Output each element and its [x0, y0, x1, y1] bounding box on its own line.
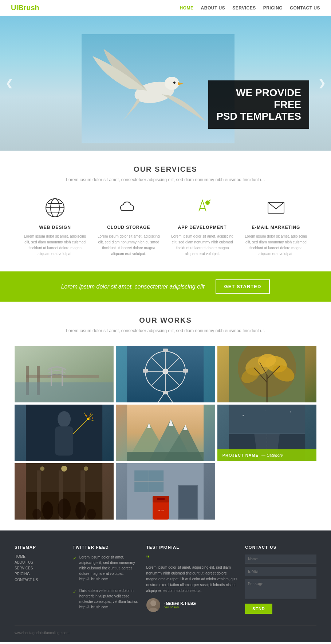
testimonial-text: Lorem ipsum dolor sit amet, adipiscing e…: [146, 565, 238, 594]
contact-name-input[interactable]: [245, 554, 316, 564]
service-web-design-desc: Lorem ipsum dolor sit amet, adipiscing e…: [22, 234, 88, 257]
services-grid: WEB DESIGN Lorem ipsum dolor sit amet, a…: [22, 195, 309, 257]
copyright-text: www.heritagechristiancollege.com: [15, 631, 70, 635]
twitter-item-2: ✓ Duis autem vel eum iriure dolor in hen…: [73, 588, 139, 612]
contact-email-input[interactable]: [245, 567, 316, 576]
nav-services[interactable]: SERVICES: [232, 5, 256, 11]
service-app-desc: Lorem ipsum dolor sit amet, adipiscing e…: [169, 234, 236, 257]
svg-rect-96: [157, 498, 165, 500]
testimonial-author: - Michael R. Hanke ceo of sun: [146, 598, 238, 612]
work-item-4[interactable]: [15, 405, 114, 461]
svg-point-86: [87, 509, 96, 520]
twitter-link-1[interactable]: http://uibrush.com: [79, 576, 139, 582]
footer-twitter: TWITTER FEED ✓ Lorem ipsum dolor sit ame…: [73, 545, 139, 616]
svg-rect-31: [183, 369, 188, 373]
svg-point-80: [40, 466, 44, 471]
author-avatar: [146, 598, 160, 612]
footer-testimonial-title: TESTIMONIAL: [146, 545, 238, 549]
svg-point-46: [58, 411, 71, 427]
services-section: OUR SERVICES Lorem ipsum dolor sit amet,…: [0, 151, 331, 271]
works-section: OUR WORKS Lorem ipsum dolor sit amet, co…: [0, 302, 331, 530]
contact-message-input[interactable]: [245, 579, 316, 599]
footer-link-services[interactable]: SERVICES: [15, 566, 66, 570]
service-web-design-title: WEB DESIGN: [22, 225, 88, 230]
author-role: ceo of sun: [164, 605, 196, 609]
footer-sitemap-title: SITEMAP: [15, 545, 66, 549]
cta-text: Lorem ipsum dolor sit amet, consectetuer…: [61, 283, 205, 290]
footer-grid: SITEMAP HOME ABOUT US SERVICES PRICING C…: [15, 545, 316, 616]
svg-rect-47: [55, 426, 73, 456]
cloud-icon: [116, 195, 141, 220]
svg-point-98: [150, 600, 156, 606]
service-app-title: APP DEVELOPMENT: [169, 225, 236, 230]
work-project-name: PROJECT NAME: [222, 453, 259, 457]
work-item-7[interactable]: [15, 463, 114, 520]
work-item-6[interactable]: PROJECT NAME — Category: [217, 405, 316, 461]
service-cloud-desc: Lorem ipsum dolor sit amet, adipiscing e…: [95, 234, 162, 257]
work-item-3[interactable]: [217, 346, 316, 402]
footer-link-home[interactable]: HOME: [15, 554, 66, 558]
twitter-bullet-2: ✓: [73, 589, 76, 612]
service-email-desc: Lorem ipsum dolor sit amet, adipiscing e…: [243, 234, 309, 257]
footer-link-about[interactable]: ABOUT US: [15, 560, 66, 564]
works-subtitle: Lorem ipsum dolor sit amet, consectetuer…: [15, 328, 316, 333]
work-item-2[interactable]: [116, 346, 215, 402]
work-category: — Category: [261, 453, 283, 457]
hero-next-arrow[interactable]: ❯: [318, 78, 326, 88]
service-cloud: CLOUD STORAGE Lorem ipsum dolor sit amet…: [95, 195, 162, 257]
email-icon: [263, 195, 289, 220]
service-app: APP DEVELOPMENT Lorem ipsum dolor sit am…: [169, 195, 236, 257]
author-name: - Michael R. Hanke: [164, 601, 196, 605]
svg-line-12: [209, 200, 210, 202]
nav-pricing[interactable]: PRICING: [263, 5, 283, 11]
svg-point-72: [290, 412, 291, 413]
nav-home[interactable]: HOME: [180, 5, 194, 11]
twitter-item-1: ✓ Lorem ipsum dolor sit amet, adipiscing…: [73, 554, 139, 584]
hero-headline: WE PROVIDE FREE PSD TEMPLATES: [216, 87, 301, 122]
contact-send-button[interactable]: SEND: [245, 604, 272, 614]
svg-rect-18: [15, 382, 113, 402]
svg-point-82: [42, 501, 53, 520]
work-item-8[interactable]: POST: [116, 463, 215, 520]
service-email: E-MAIL MARKETING Lorem ipsum dolor sit a…: [243, 195, 309, 257]
footer-sitemap: SITEMAP HOME ABOUT US SERVICES PRICING C…: [15, 545, 66, 616]
nav-about[interactable]: ABOUT US: [201, 5, 225, 11]
logo-text: Brush: [18, 4, 39, 12]
app-icon: [190, 195, 215, 220]
svg-point-73: [265, 410, 265, 410]
cta-banner: Lorem ipsum dolor sit amet, consectetuer…: [0, 271, 331, 302]
header: UIBrush HOME ABOUT US SERVICES PRICING C…: [0, 0, 331, 16]
nav-contact[interactable]: CONTACT US: [290, 5, 320, 11]
twitter-link-2[interactable]: http://uibrush.com: [79, 604, 139, 610]
svg-point-4: [173, 82, 176, 84]
twitter-text-2: Duis autem vel eum iriure dolor in hendr…: [79, 589, 138, 604]
logo: UIBrush: [11, 4, 39, 12]
svg-point-2: [165, 77, 179, 90]
footer-bottom: www.heritagechristiancollege.com: [15, 625, 316, 635]
hero-text-box: WE PROVIDE FREE PSD TEMPLATES: [208, 80, 309, 129]
works-title: OUR WORKS: [15, 316, 316, 325]
footer-contact-col: CONTACT US SEND: [245, 545, 316, 616]
service-web-design: WEB DESIGN Lorem ipsum dolor sit amet, a…: [22, 195, 88, 257]
footer: SITEMAP HOME ABOUT US SERVICES PRICING C…: [0, 530, 331, 642]
footer-twitter-title: TWITTER FEED: [73, 545, 139, 549]
svg-text:POST: POST: [158, 509, 164, 512]
footer-contact-title: CONTACT US: [245, 545, 316, 549]
svg-rect-93: [179, 486, 197, 518]
work-item-5[interactable]: [116, 405, 215, 461]
services-title: OUR SERVICES: [22, 165, 309, 174]
svg-point-56: [90, 414, 91, 416]
work-item-1[interactable]: [15, 346, 114, 402]
footer-link-pricing[interactable]: PRICING: [15, 572, 66, 576]
footer-link-contact[interactable]: CONTACT US: [15, 578, 66, 582]
cta-button[interactable]: GET STARTED: [216, 279, 270, 294]
svg-rect-30: [143, 369, 148, 373]
svg-rect-28: [163, 349, 168, 352]
svg-rect-65: [127, 452, 204, 461]
service-cloud-title: CLOUD STORAGE: [95, 225, 162, 230]
globe-icon: [42, 195, 68, 220]
twitter-text-1: Lorem ipsum dolor sit amet, adipiscing e…: [79, 555, 135, 576]
svg-point-99: [148, 608, 158, 612]
works-grid: PROJECT NAME — Category: [15, 346, 316, 520]
hero-prev-arrow[interactable]: ❮: [5, 78, 13, 88]
